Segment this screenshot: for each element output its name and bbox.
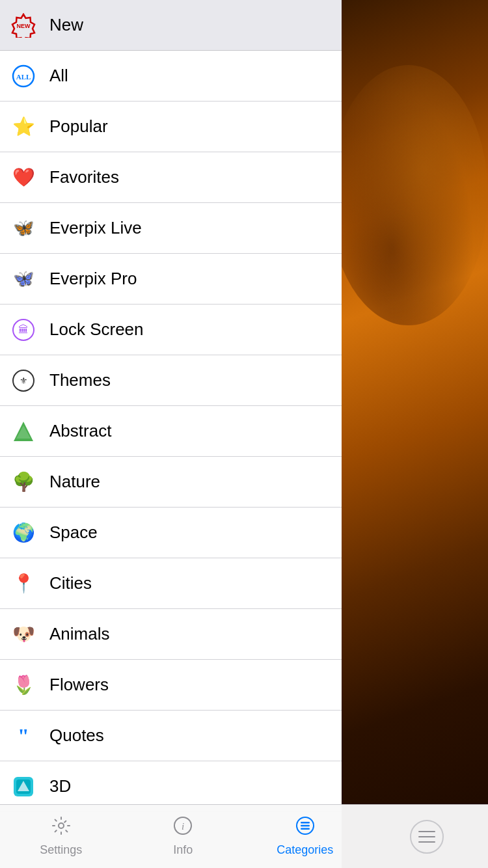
menu-panel: NEW New ALL All ⭐ Popular ❤️ Favorites xyxy=(0,0,342,868)
everpix-pro-label: Everpix Pro xyxy=(49,269,137,289)
svg-text:i: i xyxy=(182,821,184,832)
tab-categories[interactable]: Categories xyxy=(244,805,366,868)
sidebar-item-everpix-live[interactable]: 🦋 Everpix Live xyxy=(0,203,342,254)
hamburger-button[interactable] xyxy=(366,805,489,868)
nature-icon: 🌳 xyxy=(10,469,36,495)
hamburger-line-2 xyxy=(418,836,435,837)
settings-tab-label: Settings xyxy=(40,843,82,857)
themes-icon: ⚜ xyxy=(10,368,36,394)
new-label: New xyxy=(49,15,83,35)
sidebar-item-abstract[interactable]: Abstract xyxy=(0,406,342,457)
new-header-item[interactable]: NEW New xyxy=(0,0,342,51)
favorites-label: Favorites xyxy=(49,167,119,187)
everpix-pro-icon: 🦋 xyxy=(10,266,36,292)
tab-settings[interactable]: Settings xyxy=(0,805,122,868)
info-icon: i xyxy=(173,816,193,840)
info-tab-label: Info xyxy=(173,843,193,857)
hamburger-circle-icon xyxy=(410,820,444,854)
sidebar-item-nature[interactable]: 🌳 Nature xyxy=(0,457,342,508)
menu-list: ALL All ⭐ Popular ❤️ Favorites 🦋 Everpix… xyxy=(0,51,342,812)
sidebar-item-all[interactable]: ALL All xyxy=(0,51,342,102)
themes-label: Themes xyxy=(49,370,111,390)
flowers-icon: 🌷 xyxy=(10,672,36,698)
sidebar-item-lock-screen[interactable]: 🏛 Lock Screen xyxy=(0,305,342,355)
3d-label: 3D xyxy=(49,776,71,796)
svg-text:NEW: NEW xyxy=(17,23,31,29)
space-icon: 🌍 xyxy=(10,520,36,546)
svg-text:🏛: 🏛 xyxy=(18,324,29,335)
popular-icon: ⭐ xyxy=(10,114,36,140)
svg-rect-17 xyxy=(301,822,310,824)
quotes-label: Quotes xyxy=(49,726,104,746)
everpix-live-icon: 🦋 xyxy=(10,215,36,241)
all-label: All xyxy=(49,66,68,86)
sidebar-item-favorites[interactable]: ❤️ Favorites xyxy=(0,152,342,203)
flowers-label: Flowers xyxy=(49,675,109,695)
sidebar-item-flowers[interactable]: 🌷 Flowers xyxy=(0,660,342,711)
sidebar-item-popular[interactable]: ⭐ Popular xyxy=(0,102,342,152)
lock-screen-icon: 🏛 xyxy=(10,317,36,343)
new-badge-icon: NEW xyxy=(10,12,36,38)
hamburger-line-3 xyxy=(418,841,435,843)
sidebar-item-cities[interactable]: 📍 Cities xyxy=(0,558,342,609)
svg-rect-18 xyxy=(301,825,310,827)
favorites-icon: ❤️ xyxy=(10,165,36,191)
all-icon: ALL xyxy=(10,63,36,89)
hamburger-line-1 xyxy=(418,831,435,832)
tab-bar: Settings i Info Categories xyxy=(0,804,488,868)
sidebar-item-everpix-pro[interactable]: 🦋 Everpix Pro xyxy=(0,254,342,305)
svg-point-13 xyxy=(59,823,64,828)
space-label: Space xyxy=(49,522,98,543)
svg-rect-19 xyxy=(301,828,310,830)
categories-icon xyxy=(295,816,315,840)
svg-text:ALL: ALL xyxy=(16,73,31,81)
abstract-label: Abstract xyxy=(49,421,111,441)
cities-icon: 📍 xyxy=(10,571,36,597)
svg-text:⚜: ⚜ xyxy=(20,375,28,386)
tab-info[interactable]: i Info xyxy=(122,805,245,868)
settings-icon xyxy=(51,816,71,840)
animals-label: Animals xyxy=(49,624,109,644)
cities-label: Cities xyxy=(49,573,92,593)
abstract-icon xyxy=(10,418,36,444)
sidebar-item-quotes[interactable]: " Quotes xyxy=(0,711,342,761)
lock-screen-label: Lock Screen xyxy=(49,319,144,340)
popular-label: Popular xyxy=(49,116,108,137)
3d-icon xyxy=(10,774,36,800)
sidebar-item-animals[interactable]: 🐶 Animals xyxy=(0,609,342,660)
nature-label: Nature xyxy=(49,472,100,492)
quotes-icon: " xyxy=(10,723,36,749)
categories-tab-label: Categories xyxy=(277,843,333,857)
everpix-live-label: Everpix Live xyxy=(49,218,142,238)
sidebar-item-space[interactable]: 🌍 Space xyxy=(0,508,342,558)
background-panel xyxy=(342,0,488,868)
sidebar-item-themes[interactable]: ⚜ Themes xyxy=(0,355,342,406)
animals-icon: 🐶 xyxy=(10,621,36,647)
